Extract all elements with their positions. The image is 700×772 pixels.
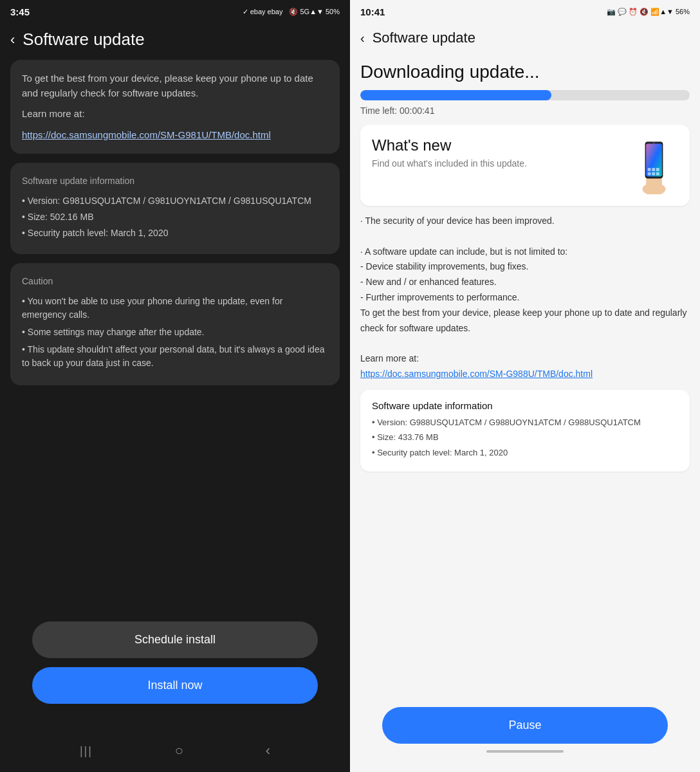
phone-illustration: [633, 136, 678, 194]
menu-nav-icon[interactable]: |||: [80, 744, 93, 758]
install-now-button[interactable]: Install now: [32, 667, 318, 704]
info-card-left: To get the best from your device, please…: [10, 60, 340, 154]
left-phone-screen: 3:45 ✓ ebay ebay 🔇 5G▲▼ 50% ‹ Software u…: [0, 0, 350, 772]
svg-rect-7: [656, 168, 659, 171]
update-line5: - Further improvements to performance.: [360, 290, 690, 306]
notification-icons-right: 📷 💬 ⏰ 🔇 📶▲▼ 56%: [607, 8, 690, 16]
whats-new-subtitle: Find out what's included in this update.: [372, 158, 627, 169]
caution-item3: • This update shouldn't affect your pers…: [22, 343, 328, 370]
time-left-right: Time left: 00:00:41: [360, 106, 690, 116]
nav-bar-left: ||| ○ ‹: [0, 736, 350, 772]
software-info-title-left: Software update information: [22, 174, 328, 188]
svg-rect-6: [652, 168, 655, 171]
right-phone-screen: 10:41 📷 💬 ⏰ 🔇 📶▲▼ 56% ‹ Software update …: [350, 0, 700, 772]
caution-item1: • You won't be able to use your phone du…: [22, 295, 328, 322]
pause-button[interactable]: Pause: [382, 707, 668, 744]
page-title-right: Software update: [373, 30, 475, 46]
progress-bar-container: [360, 90, 690, 100]
notification-icons-left: ✓ ebay ebay: [243, 8, 283, 16]
learn-more-label-left: Learn more at:: [22, 107, 328, 122]
learn-more-label-right: Learn more at:: [360, 351, 690, 367]
header-right: ‹ Software update: [350, 23, 700, 53]
content-right: Downloading update... Time left: 00:00:4…: [350, 53, 700, 698]
whats-new-text-area: What's new Find out what's included in t…: [372, 136, 627, 169]
svg-rect-5: [648, 168, 651, 171]
size-left: • Size: 502.16 MB: [22, 210, 328, 224]
progress-bar-fill: [360, 90, 551, 100]
status-bar-right: 10:41 📷 💬 ⏰ 🔇 📶▲▼ 56%: [350, 0, 700, 23]
downloading-title: Downloading update...: [360, 62, 690, 82]
schedule-install-button[interactable]: Schedule install: [32, 621, 318, 658]
home-nav-icon[interactable]: ○: [175, 742, 183, 759]
version-right: • Version: G988USQU1ATCM / G988UOYN1ATCM…: [372, 416, 678, 429]
network-icons-left: 🔇 5G▲▼ 50%: [289, 8, 340, 16]
bottom-right: Pause: [350, 698, 700, 772]
svg-rect-10: [656, 172, 659, 176]
status-bar-left: 3:45 ✓ ebay ebay 🔇 5G▲▼ 50%: [0, 0, 350, 23]
svg-rect-9: [652, 172, 655, 176]
bottom-divider: [486, 750, 564, 753]
header-left: ‹ Software update: [0, 23, 350, 60]
update-details-text: · The security of your device has been i…: [360, 214, 690, 382]
update-line3: - Device stability improvements, bug fix…: [360, 259, 690, 275]
time-left: 3:45: [10, 6, 30, 17]
back-button-left[interactable]: ‹: [10, 32, 15, 48]
status-icons-right: 📷 💬 ⏰ 🔇 📶▲▼ 56%: [607, 8, 690, 16]
software-info-card-right: Software update information • Version: G…: [360, 390, 690, 472]
caution-card-left: Caution • You won't be able to use your …: [10, 263, 340, 385]
update-line4: - New and / or enhanced features.: [360, 275, 690, 290]
whats-new-card: What's new Find out what's included in t…: [360, 125, 690, 206]
learn-more-link-left[interactable]: https://doc.samsungmobile.com/SM-G981U/T…: [22, 129, 271, 140]
page-title-left: Software update: [23, 30, 144, 50]
learn-more-link-right[interactable]: https://doc.samsungmobile.com/SM-G988U/T…: [360, 369, 593, 379]
back-nav-icon[interactable]: ‹: [266, 742, 270, 759]
whats-new-title: What's new: [372, 136, 627, 154]
info-text-left: To get the best from your device, please…: [22, 71, 328, 100]
bottom-buttons-left: Schedule install Install now: [0, 609, 350, 736]
update-line1: · The security of your device has been i…: [360, 214, 690, 229]
update-line6: To get the best from your device, please…: [360, 306, 690, 336]
software-info-title-right: Software update information: [372, 400, 678, 411]
software-info-card-left: Software update information • Version: G…: [10, 163, 340, 254]
update-line2: · A software update can include, but is …: [360, 244, 690, 260]
version-left: • Version: G981USQU1ATCM / G981UOYN1ATCM…: [22, 194, 328, 208]
svg-rect-8: [648, 172, 651, 176]
svg-point-11: [653, 142, 654, 143]
caution-item2: • Some settings may change after the upd…: [22, 326, 328, 339]
size-right: • Size: 433.76 MB: [372, 431, 678, 444]
caution-title-left: Caution: [22, 275, 328, 288]
status-icons-left: ✓ ebay ebay 🔇 5G▲▼ 50%: [243, 8, 340, 16]
back-button-right[interactable]: ‹: [360, 31, 365, 46]
security-left: • Security patch level: March 1, 2020: [22, 226, 328, 240]
content-left: To get the best from your device, please…: [0, 60, 350, 609]
svg-rect-4: [646, 143, 662, 176]
security-right: • Security patch level: March 1, 2020: [372, 446, 678, 459]
time-right: 10:41: [360, 6, 385, 17]
